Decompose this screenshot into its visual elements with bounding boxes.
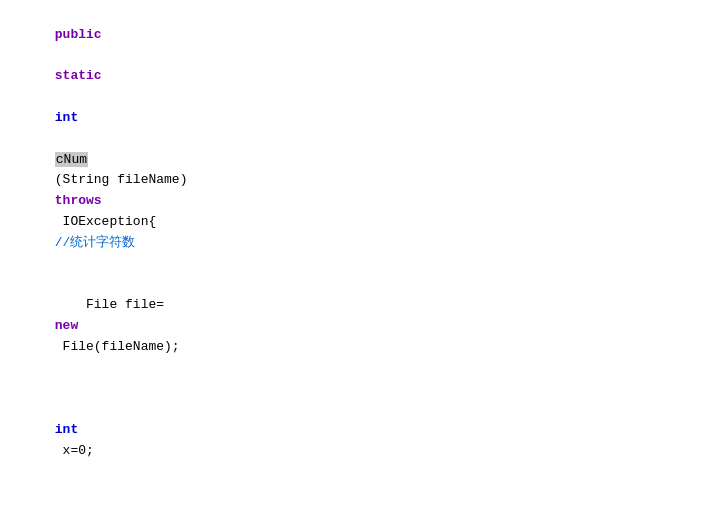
space bbox=[55, 48, 63, 63]
space bbox=[55, 131, 63, 146]
indent: File file= bbox=[55, 297, 164, 312]
params: (String fileName) bbox=[55, 172, 195, 187]
code-line-2: File file= new File(fileName); bbox=[0, 274, 714, 378]
exception: IOException{ bbox=[55, 214, 156, 229]
keyword-public: public bbox=[55, 27, 102, 42]
indent bbox=[55, 401, 86, 416]
keyword-static: static bbox=[55, 68, 102, 83]
method-name-cnum: cNum bbox=[55, 152, 88, 167]
code-line-3: int x=0; bbox=[0, 378, 714, 482]
var-x: x=0; bbox=[55, 443, 94, 458]
new-file: File(fileName); bbox=[55, 339, 180, 354]
keyword-throws: throws bbox=[55, 193, 102, 208]
code-line-1: public static int cNum (String fileName)… bbox=[0, 4, 714, 274]
comment-count-chars: //统计字符数 bbox=[55, 235, 136, 250]
indent bbox=[55, 505, 86, 520]
space bbox=[55, 89, 63, 104]
keyword-int2: int bbox=[55, 422, 78, 437]
keyword-new: new bbox=[55, 318, 78, 333]
code-editor: public static int cNum (String fileName)… bbox=[0, 0, 714, 525]
keyword-int: int bbox=[55, 110, 78, 125]
code-line-4: if (file.exists()){ bbox=[0, 482, 714, 525]
